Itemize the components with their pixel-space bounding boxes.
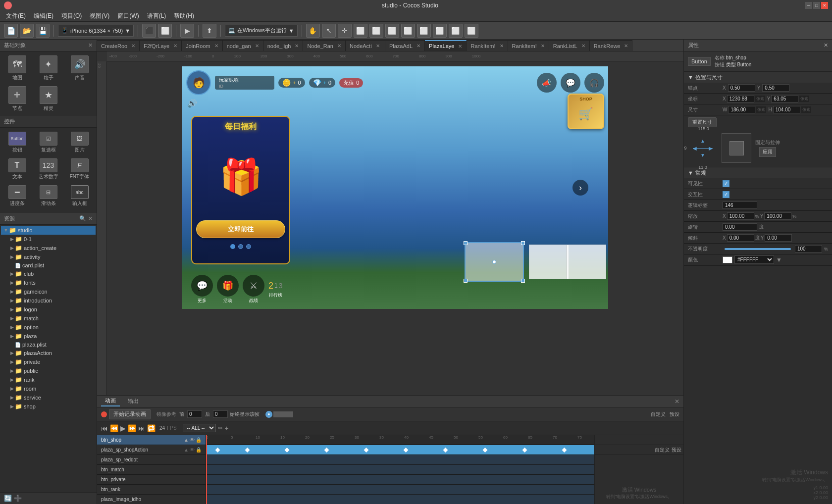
properties-close[interactable]: ✕	[824, 42, 828, 49]
tree-item-match[interactable]: ▶ 📁 match	[7, 314, 96, 323]
tab-createroo-close[interactable]: ✕	[131, 43, 135, 49]
track-row-shopaction[interactable]: plaza_sp_shopAction ▲ 👁 🔒	[97, 445, 206, 455]
transport-next[interactable]: ⏩	[128, 424, 136, 432]
menu-window[interactable]: 窗口(W)	[113, 11, 143, 21]
nav-activity[interactable]: 🎁 活动	[217, 275, 239, 304]
track-row-btnprivate[interactable]: btn_private	[97, 475, 206, 485]
menu-language[interactable]: 语言(L)	[143, 11, 170, 21]
tab-plazaadl[interactable]: PlazaAdL ✕	[385, 40, 425, 51]
toolbar-align-b[interactable]: ⬜	[433, 24, 447, 38]
toolbar-up[interactable]: ⬆	[203, 24, 216, 38]
toolbar-align-c[interactable]: ⬜	[369, 24, 383, 38]
tab-f2fqrlaye-close[interactable]: ✕	[173, 43, 177, 49]
tab-joinroom[interactable]: JoinRoom ✕	[182, 40, 223, 51]
tree-item-fonts[interactable]: ▶ 📁 fonts	[7, 278, 96, 287]
track-shopaction-lock[interactable]: 🔒	[196, 447, 202, 453]
toolbar-save[interactable]: 💾	[36, 24, 50, 38]
color-dropdown-icon[interactable]: ▼	[776, 256, 782, 263]
menu-project[interactable]: 项目(O)	[57, 11, 86, 21]
service-btn[interactable]: 🎧	[584, 73, 604, 93]
transport-first[interactable]: ⏮	[101, 424, 108, 432]
obj-map[interactable]: 🗺 地图	[2, 53, 32, 83]
window-controls[interactable]: ─ □ ✕	[805, 2, 828, 9]
menu-help[interactable]: 帮助(H)	[170, 11, 198, 21]
tab-rankrewe-close[interactable]: ✕	[624, 43, 628, 49]
tab-joinroom-close[interactable]: ✕	[214, 43, 218, 49]
tree-item-gameicon[interactable]: ▶ 📁 gameicon	[7, 287, 96, 296]
obj-sound[interactable]: 🔊 声音	[64, 53, 95, 83]
tab-ranklistl[interactable]: RankListL ✕	[549, 40, 590, 51]
ctrl-slider[interactable]: ⊟ 滑动条	[33, 183, 63, 209]
tab-nodegan-close[interactable]: ✕	[255, 43, 259, 49]
pos-x-input[interactable]	[727, 95, 754, 102]
ctrl-input[interactable]: abc 输入框	[64, 183, 95, 209]
menu-edit[interactable]: 编辑(E)	[30, 11, 57, 21]
toolbar-align-m[interactable]: ⬜	[417, 24, 431, 38]
arrow-right[interactable]: ›	[572, 180, 588, 196]
toolbar-hand[interactable]: ✋	[306, 24, 320, 38]
tree-item-service[interactable]: ▶ 📁 service	[7, 393, 96, 402]
anim-tab-animation[interactable]: 动画	[101, 396, 120, 406]
track-expand-icon[interactable]: ▲	[184, 437, 189, 443]
tree-item-plazaAction[interactable]: ▶ 📁 plazaAction	[7, 349, 96, 357]
ctrl-button[interactable]: Button 按钮	[2, 130, 32, 155]
toolbar-dist-v[interactable]: ⬜	[465, 24, 478, 38]
obj-sprite[interactable]: ★ 精灵	[33, 84, 63, 114]
tab-nodeligh[interactable]: node_ligh ✕	[263, 40, 304, 51]
tab-noderan[interactable]: Node_Ran ✕	[303, 40, 346, 51]
tree-item-cardplist[interactable]: ▶ 📄 card.plist	[7, 261, 96, 269]
nav-rank[interactable]: 2 1 3 排行榜	[268, 281, 283, 299]
tab-ranklistl-close[interactable]: ✕	[581, 43, 585, 49]
height-input[interactable]	[773, 106, 800, 113]
maximize-btn[interactable]: □	[813, 2, 820, 9]
tab-nodeacti-close[interactable]: ✕	[376, 43, 380, 49]
record-btn[interactable]: 开始记录动画	[109, 409, 151, 419]
platform-selector[interactable]: 💻 在Windows平台运行 ▼	[225, 25, 298, 37]
volume-icon[interactable]: 🔊	[187, 99, 197, 108]
minimize-btn[interactable]: ─	[805, 2, 812, 9]
shop-btn[interactable]: SHOP 🛒	[568, 94, 604, 129]
tab-createroo[interactable]: CreateRoo ✕	[97, 40, 140, 51]
tab-plazaadl-close[interactable]: ✕	[416, 43, 420, 49]
tree-item-action-create[interactable]: ▶ 📁 action_create	[7, 244, 96, 252]
tab-nodegan[interactable]: node_gan ✕	[223, 40, 263, 51]
track-filter-select[interactable]: -- ALL --	[183, 424, 216, 432]
transport-repeat[interactable]: 🔁	[147, 424, 156, 432]
tree-item-plaza[interactable]: ▶ 📁 plaza	[7, 332, 96, 341]
toolbar-align-r[interactable]: ⬜	[385, 24, 399, 38]
tree-item-shop[interactable]: ▶ 📁 shop	[7, 402, 96, 411]
scale-x-input[interactable]	[727, 212, 754, 220]
ctrl-artnum[interactable]: 123 艺术数字	[33, 156, 63, 182]
apply-btn[interactable]: 应用	[759, 147, 776, 157]
ctrl-image[interactable]: 🖼 图片	[64, 130, 95, 155]
track-row-btn-shop[interactable]: btn_shop ▲ 👁 🔒	[97, 435, 206, 445]
track-row-reddot[interactable]: plaza_sp_reddot	[97, 455, 206, 465]
pos-y-input[interactable]	[771, 95, 798, 102]
tree-item-introduction[interactable]: ▶ 📁 introduction	[7, 296, 96, 305]
menu-file[interactable]: 文件(E)	[2, 11, 30, 21]
resources-search[interactable]: 🔍	[79, 215, 86, 222]
color-select[interactable]: #FFFFFF	[734, 255, 774, 264]
rotate-input[interactable]	[723, 223, 757, 231]
interactive-checkbox[interactable]: ✓	[723, 191, 729, 198]
tree-item-private[interactable]: ▶ 📁 private	[7, 357, 96, 366]
tab-rankrewe[interactable]: RankRewe ✕	[590, 40, 633, 51]
tree-item-club[interactable]: ▶ 📁 club	[7, 269, 96, 278]
width-input[interactable]	[728, 106, 755, 113]
track-shopaction-expand[interactable]: ▲	[184, 447, 189, 453]
transport-play[interactable]: ▶	[120, 424, 126, 432]
toolbar-dist-h[interactable]: ⬜	[449, 24, 463, 38]
ctrl-fnt[interactable]: F FNT字体	[64, 156, 95, 182]
tree-item-plazaplist[interactable]: ▶ 📄 plaza.plist	[7, 341, 96, 349]
anim-tab-output[interactable]: 输出	[124, 397, 143, 406]
tree-item-room[interactable]: ▶ 📁 room	[7, 384, 96, 393]
transport-prev[interactable]: ⏪	[110, 424, 118, 432]
promote-btn[interactable]: 📣	[537, 73, 557, 93]
before-input[interactable]	[187, 410, 202, 418]
tree-item-01[interactable]: ▶ 📁 0-1	[7, 235, 96, 244]
opacity-input[interactable]	[795, 245, 822, 252]
track-row-btnrank[interactable]: btn_rank	[97, 485, 206, 495]
device-selector[interactable]: 📱 iPhone 6(1334 × 750) ▼	[58, 25, 134, 37]
record-dot[interactable]	[101, 411, 107, 417]
share-btn[interactable]: 💬	[561, 73, 580, 93]
